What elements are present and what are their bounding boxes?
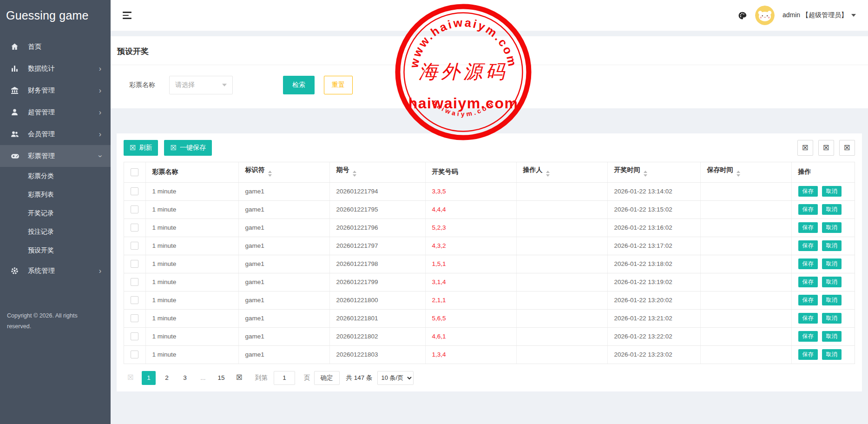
cell-name: 1 minute [145,345,238,364]
column-header-code: 标识符 [238,162,329,182]
row-checkbox[interactable] [131,260,138,268]
cell-name: 1 minute [145,237,238,255]
table-tool-export-button[interactable]: ☒ [818,140,834,156]
save-row-button[interactable]: 保存 [798,222,818,233]
cancel-row-button[interactable]: 取消 [822,349,842,360]
reset-button[interactable]: 重置 [324,76,353,94]
cancel-row-button[interactable]: 取消 [822,295,842,305]
cancel-row-button[interactable]: 取消 [822,313,842,324]
cell-name: 1 minute [145,327,238,345]
page-button-3[interactable]: 3 [178,371,192,385]
goto-page-input[interactable] [274,371,295,385]
chevron-right-icon: › [99,267,101,275]
sidebar-item-lottery[interactable]: 彩票管理› [0,145,111,167]
sort-icon[interactable] [736,169,740,179]
sidebar-subitem-lottery-list[interactable]: 彩票列表 [0,186,111,204]
save-row-button[interactable]: 保存 [798,349,818,360]
cancel-row-button[interactable]: 取消 [822,222,842,233]
sidebar-subitem-draw-records[interactable]: 开奖记录 [0,204,111,223]
select-all-checkbox[interactable] [131,168,138,176]
table-tool-print-button[interactable]: ☒ [839,140,855,156]
cell-numbers: 4,4,4 [425,200,516,219]
sidebar-subitem-preset-draw[interactable]: 预设开奖 [0,241,111,260]
lottery-name-select[interactable]: 请选择 [169,76,233,94]
save-row-button[interactable]: 保存 [798,204,818,215]
goto-confirm-button[interactable]: 确定 [314,371,340,385]
table-tool-filter-button[interactable]: ☒ [797,140,813,156]
sidebar-subitem-lottery-categories[interactable]: 彩票分类 [0,167,111,186]
cell-code: game1 [238,182,329,200]
search-button[interactable]: 检索 [283,76,315,94]
filter-panel: 预设开奖 彩票名称 请选择 检索 重置 [111,36,868,108]
main-content: 预设开奖 彩票名称 请选择 检索 重置 ☒ 刷新 ☒ 一键保存 ☒ ☒ ☒ [111,31,868,424]
save-row-button[interactable]: 保存 [798,186,818,197]
sidebar-item-label: 超管管理 [28,108,55,117]
cancel-row-button[interactable]: 取消 [822,277,842,287]
save-row-button[interactable]: 保存 [798,331,818,342]
cancel-row-button[interactable]: 取消 [822,331,842,342]
theme-palette-icon[interactable] [737,11,747,20]
sidebar-subitem-bet-records[interactable]: 投注记录 [0,223,111,241]
gamepad-icon [11,152,21,160]
row-checkbox[interactable] [131,332,138,340]
cancel-row-button[interactable]: 取消 [822,186,842,197]
cell-draw_time: 2026-01-22 13:23:02 [607,345,700,364]
row-checkbox[interactable] [131,224,138,232]
prev-page-button[interactable]: ☒ [124,371,138,385]
sidebar-item-finance[interactable]: 财务管理› [0,80,111,101]
cell-issue: 202601221800 [329,291,425,309]
save-row-button[interactable]: 保存 [798,258,818,269]
filter-row: 彩票名称 请选择 检索 重置 [111,65,868,108]
sort-icon[interactable] [546,169,550,179]
row-checkbox[interactable] [131,205,138,213]
cell-numbers: 5,2,3 [425,219,516,237]
sort-icon[interactable] [353,169,356,179]
cell-actions: 保存取消 [791,237,855,255]
per-page-select[interactable]: 10 条/页 [377,371,414,385]
sidebar-item-admins[interactable]: 超管管理› [0,101,111,123]
cell-actions: 保存取消 [791,219,855,237]
cancel-row-button[interactable]: 取消 [822,240,842,251]
row-checkbox[interactable] [131,278,138,286]
user-name: admin 【超级管理员】 [783,11,848,20]
row-checkbox[interactable] [131,314,138,322]
sort-icon[interactable] [644,169,647,179]
page-button-1[interactable]: 1 [142,371,156,385]
sidebar-item-members[interactable]: 会员管理› [0,123,111,145]
save-row-button[interactable]: 保存 [798,277,818,287]
save-all-button[interactable]: ☒ 一键保存 [164,140,211,156]
cell-issue: 202601221797 [329,237,425,255]
sort-icon[interactable] [268,169,272,179]
cell-operator [516,309,607,327]
cell-operator [516,237,607,255]
row-checkbox[interactable] [131,187,138,195]
cell-issue: 202601221803 [329,345,425,364]
sidebar-item-stats[interactable]: 数据统计› [0,58,111,80]
collapse-menu-icon[interactable] [123,12,132,19]
cancel-row-button[interactable]: 取消 [822,204,842,215]
next-page-button[interactable]: ☒ [232,371,246,385]
cell-draw_time: 2026-01-22 13:21:02 [607,309,700,327]
save-row-button[interactable]: 保存 [798,295,818,305]
avatar[interactable] [755,6,775,25]
sidebar-item-home[interactable]: 首页 [0,36,111,58]
user-menu[interactable]: admin 【超级管理员】 [783,11,856,20]
save-row-button[interactable]: 保存 [798,240,818,251]
filter-label: 彩票名称 [129,81,155,89]
page-button-2[interactable]: 2 [160,371,174,385]
cell-issue: 202601221795 [329,200,425,219]
cell-save_time [700,327,791,345]
cell-name: 1 minute [145,182,238,200]
sidebar-item-system[interactable]: 系统管理› [0,260,111,282]
refresh-button[interactable]: ☒ 刷新 [124,140,158,156]
row-checkbox[interactable] [131,242,138,250]
next-icon: ☒ [236,374,242,381]
row-checkbox[interactable] [131,296,138,304]
cell-operator [516,200,607,219]
page-button-15[interactable]: 15 [214,371,228,385]
save-row-button[interactable]: 保存 [798,313,818,324]
cancel-row-button[interactable]: 取消 [822,258,842,269]
cell-operator [516,255,607,273]
row-checkbox[interactable] [131,351,138,358]
column-header-issue: 期号 [329,162,425,182]
